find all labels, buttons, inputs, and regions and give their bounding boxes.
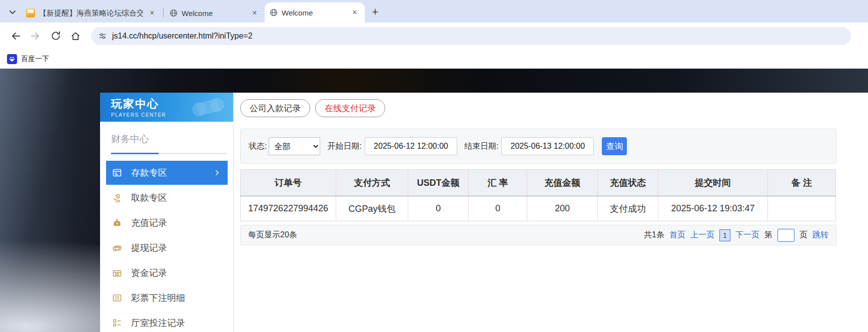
bookmarks-bar: 百度一下 [0, 49, 868, 69]
cell-submit-time: 2025-06-12 19:03:47 [658, 196, 768, 221]
pagination-bar: 每页显示20条 共1条 首页 上一页 1 下一页 第 页 跳转 [240, 225, 836, 245]
forward-icon[interactable] [27, 28, 44, 45]
sidebar-item-label: 充值记录 [131, 217, 221, 229]
current-page-badge[interactable]: 1 [719, 229, 730, 241]
cell-recharge-status: 支付成功 [598, 196, 658, 221]
cell-order-number: 1749726227994426 [241, 196, 336, 221]
reload-icon[interactable] [47, 28, 64, 45]
table-header-row: 订单号 支付方式 USDT金额 汇 率 充值金额 充值状态 提交时间 备 注 [241, 170, 836, 196]
next-page-link[interactable]: 下一页 [735, 230, 759, 240]
site-settings-icon[interactable] [98, 32, 107, 41]
deposit-card-icon [112, 168, 122, 178]
wallet-icon [112, 268, 122, 278]
jump-prefix-label: 第 [764, 230, 772, 240]
filter-bar: 状态: 全部 开始日期: 结束日期: 查询 [240, 129, 836, 164]
sidebar-item-label: 彩票下注明细 [131, 292, 221, 304]
players-center-sidebar: 玩家中心 PLAYERS CENTER 财务中心 存款专区 [100, 93, 233, 332]
tab-title: Welcome [182, 9, 246, 18]
col-payment-method: 支付方式 [336, 170, 408, 196]
end-date-label: 结束日期: [464, 141, 498, 152]
cards-icon [112, 243, 122, 253]
globe-favicon-icon [170, 9, 178, 17]
list-document-icon [112, 293, 122, 303]
col-submit-time: 提交时间 [658, 170, 768, 196]
globe-favicon-icon [270, 9, 278, 17]
close-icon[interactable]: × [350, 8, 360, 18]
status-label: 状态: [249, 141, 267, 152]
new-tab-button[interactable]: + [368, 5, 383, 20]
checklist-icon [112, 318, 122, 328]
sidebar-item-withdraw[interactable]: 取款专区 [106, 186, 228, 210]
sidebar-section-title: 财务中心 [100, 122, 233, 146]
cell-remark [768, 196, 836, 221]
sidebar-item-hall-bet-records[interactable]: 厅室投注记录 [106, 311, 228, 332]
sidebar-item-label: 厅室投注记录 [131, 317, 221, 329]
sidebar-item-label: 提现记录 [131, 242, 221, 254]
query-button[interactable]: 查询 [602, 137, 627, 155]
tab-search-chevron-icon[interactable] [4, 4, 21, 21]
first-page-link[interactable]: 首页 [669, 230, 685, 240]
cell-usdt-amount: 0 [408, 196, 469, 221]
address-bar[interactable]: js14.cc/hhcp/usercenter.html?iniType=2 [91, 27, 851, 45]
jump-suffix-label: 页 [799, 230, 807, 240]
browser-tab-welcome-active[interactable]: Welcome × [265, 3, 365, 23]
total-count-text: 共1条 [644, 230, 664, 240]
sidebar-item-funds-records[interactable]: 资金记录 [106, 261, 228, 285]
jump-action-link[interactable]: 跳转 [812, 230, 828, 240]
hand-coin-icon [112, 193, 122, 203]
page-size-text: 每页显示20条 [248, 230, 644, 240]
start-date-label: 开始日期: [327, 141, 361, 152]
main-content: 公司入款记录 在线支付记录 状态: 全部 开始日期: 结束日期: 查询 [233, 93, 868, 332]
jump-page-input[interactable] [777, 229, 794, 242]
record-type-tabs: 公司入款记录 在线支付记录 [240, 99, 836, 117]
sidebar-item-lottery-bet-details[interactable]: 彩票下注明细 [106, 286, 228, 310]
sidebar-item-recharge-records[interactable]: ¥ 充值记录 [106, 211, 228, 235]
sidebar-item-label: 取款专区 [131, 192, 221, 204]
col-usdt-amount: USDT金额 [408, 170, 469, 196]
document-favicon-icon [26, 9, 35, 18]
back-icon[interactable] [7, 28, 24, 45]
table-row: 1749726227994426 CGPay钱包 0 0 200 支付成功 20… [241, 196, 836, 221]
payment-records-table: 订单号 支付方式 USDT金额 汇 率 充值金额 充值状态 提交时间 备 注 1… [240, 169, 836, 221]
sidebar-header: 玩家中心 PLAYERS CENTER [100, 93, 233, 122]
sidebar-item-label: 存款专区 [131, 167, 205, 179]
bookmark-baidu[interactable]: 百度一下 [21, 55, 49, 64]
browser-toolbar: js14.cc/hhcp/usercenter.html?iniType=2 [0, 23, 868, 49]
col-order-number: 订单号 [241, 170, 336, 196]
browser-tab-strip: 【新提醒】海燕策略论坛综合交 × Welcome × Welcome × + [0, 0, 868, 23]
tab-title: 【新提醒】海燕策略论坛综合交 [39, 9, 143, 18]
url-text[interactable]: js14.cc/hhcp/usercenter.html?iniType=2 [112, 32, 253, 41]
tab-company-deposit-records[interactable]: 公司入款记录 [240, 99, 310, 117]
sidebar-menu: 存款专区 取款专区 ¥ 充值记录 提现 [106, 161, 228, 332]
start-date-input[interactable] [365, 137, 457, 155]
chevron-right-icon [214, 169, 221, 176]
close-icon[interactable]: × [250, 8, 260, 18]
close-icon[interactable]: × [147, 8, 157, 18]
browser-tab-welcome-1[interactable]: Welcome × [165, 4, 265, 23]
tab-divider [163, 8, 164, 18]
cell-recharge-amount: 200 [527, 196, 598, 221]
page-background: 玩家中心 PLAYERS CENTER 财务中心 存款专区 [0, 69, 868, 332]
tab-title: Welcome [282, 9, 346, 17]
end-date-input[interactable] [501, 137, 594, 155]
prev-page-link[interactable]: 上一页 [690, 230, 714, 240]
col-recharge-amount: 充值金额 [527, 170, 598, 196]
sidebar-item-withdraw-records[interactable]: 提现记录 [106, 236, 228, 260]
sidebar-item-deposit[interactable]: 存款专区 [106, 161, 228, 185]
home-icon[interactable] [67, 28, 84, 45]
col-recharge-status: 充值状态 [598, 170, 658, 196]
sidebar-item-label: 资金记录 [131, 267, 221, 279]
col-exchange-rate: 汇 率 [469, 170, 527, 196]
cell-exchange-rate: 0 [469, 196, 527, 221]
section-divider [111, 153, 227, 154]
cell-payment-method: CGPay钱包 [336, 196, 408, 221]
col-remark: 备 注 [768, 170, 836, 196]
browser-tab-forum[interactable]: 【新提醒】海燕策略论坛综合交 × [21, 4, 162, 23]
money-bag-icon: ¥ [112, 218, 122, 228]
baidu-favicon-icon [7, 54, 17, 64]
tab-online-payment-records[interactable]: 在线支付记录 [315, 99, 385, 117]
status-select[interactable]: 全部 [269, 137, 320, 155]
